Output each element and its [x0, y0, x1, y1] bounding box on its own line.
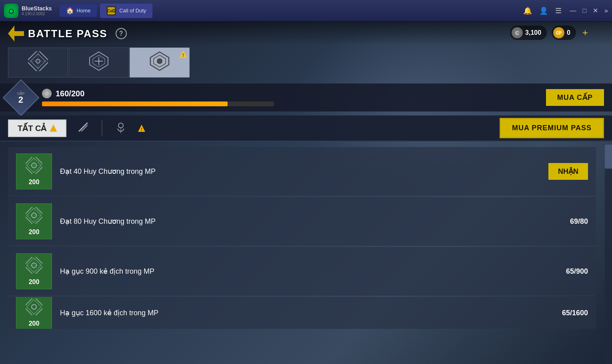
tab-cod[interactable]: CoD Call of Duty	[100, 4, 152, 18]
mission-reward-box-1: 200	[16, 153, 52, 189]
more-button[interactable]: »	[604, 7, 608, 14]
battle-pass-title: BATTLE PASS	[28, 28, 108, 40]
mission-4-reward-amount: 200	[29, 320, 40, 327]
level-section: CẤP 2 160/200 MUA CẤP	[0, 84, 612, 111]
help-icon[interactable]: ?	[116, 28, 127, 39]
svg-point-46	[32, 304, 36, 309]
mission-1-text: Đạt 40 Huy Chương trong MP	[60, 167, 532, 176]
window-controls: — □ ✕ »	[570, 7, 608, 14]
mission-2-reward-amount: 200	[29, 229, 40, 236]
mission-reward-box-4: 200	[16, 297, 52, 329]
svg-point-17	[158, 60, 161, 63]
tab-home[interactable]: 🏠 Home	[60, 4, 97, 17]
titlebar: BlueStacks 4.190.0.5002 🏠 Home CoD Call …	[0, 0, 612, 22]
xp-bar	[42, 101, 274, 106]
mission-1-action: NHẬN	[540, 163, 588, 180]
mission-reward-box-2: 200	[16, 203, 52, 239]
cod-icon: CoD	[106, 6, 116, 16]
titlebar-icons: 🔔 👤 ☰	[523, 6, 562, 15]
xp-bar-fill	[42, 101, 228, 106]
mission-row-4: 200 Hạ gục 1600 kẻ địch trong MP 65/1600	[8, 297, 596, 329]
svg-rect-21	[44, 91, 50, 96]
filter-all-warning-icon	[50, 125, 57, 132]
mission-row-1: 200 Đạt 40 Huy Chương trong MP NHẬN	[8, 147, 596, 196]
currency-c-icon: C	[512, 27, 523, 38]
xp-icon	[42, 89, 52, 98]
maximize-button[interactable]: □	[582, 7, 586, 14]
bluestacks-logo	[4, 4, 18, 18]
back-arrow-icon	[8, 26, 24, 42]
mission-4-text: Hạ gục 1600 kẻ địch trong MP	[60, 308, 532, 317]
mission-1-reward-amount: 200	[29, 179, 40, 186]
mission-reward-box-3: 200	[16, 253, 52, 289]
game-area: BATTLE PASS ? C 3,100 CP 0 +	[0, 22, 612, 364]
currency-c-badge: C 3,100	[510, 26, 547, 40]
minimize-button[interactable]: —	[570, 7, 576, 14]
tab-home-label: Home	[76, 8, 90, 14]
tabs-row: !	[8, 48, 190, 78]
currency-cp-icon: CP	[553, 27, 564, 38]
menu-icon[interactable]: ☰	[555, 6, 562, 15]
mission-2-text: Đạt 80 Huy Chương trong MP	[60, 217, 532, 226]
xp-text: 160/200	[56, 89, 84, 98]
game-topbar: BATTLE PASS ? C 3,100 CP 0 +	[0, 22, 612, 46]
home-icon: 🏠	[66, 7, 74, 14]
filter-warning-icon: !	[138, 124, 146, 132]
bell-icon[interactable]: 🔔	[523, 6, 532, 15]
filter-divider	[102, 120, 102, 136]
close-button[interactable]: ✕	[593, 7, 598, 14]
mission-row-3: 200 Hạ gục 900 kẻ địch trong MP 65/900	[8, 247, 596, 296]
filter-all-label: TẤT CẢ	[18, 123, 46, 133]
buy-level-button[interactable]: MUA CẤP	[546, 89, 604, 106]
tab-3-icon	[150, 51, 170, 74]
bluestacks-name: BlueStacks	[22, 5, 52, 12]
currency-cp-amount: 0	[567, 29, 570, 36]
mission-3-text: Hạ gục 900 kẻ địch trong MP	[60, 267, 532, 276]
scrollbar-track	[605, 145, 612, 364]
svg-text:!: !	[182, 53, 184, 58]
tab-cod-label: Call of Duty	[119, 8, 146, 14]
filter-category-2-button[interactable]	[109, 117, 133, 139]
svg-point-25	[118, 123, 123, 128]
scrollbar-thumb[interactable]	[605, 145, 612, 169]
mission-reward-icon-3	[26, 257, 42, 277]
nhan-button-1[interactable]: NHẬN	[548, 163, 588, 180]
missions-list[interactable]: 200 Đạt 40 Huy Chương trong MP NHẬN	[0, 145, 604, 364]
battle-pass-back[interactable]: BATTLE PASS ?	[8, 26, 127, 42]
currency-c-amount: 3,100	[525, 29, 541, 36]
tab-2-icon	[89, 51, 109, 74]
mission-3-reward-amount: 200	[29, 278, 40, 286]
mission-reward-icon-4	[26, 298, 42, 318]
mission-2-progress: 69/80	[570, 217, 588, 225]
buy-premium-pass-button[interactable]: MUA PREMIUM PASS	[500, 118, 604, 138]
mission-reward-icon-1	[26, 157, 42, 177]
add-currency-button[interactable]: +	[582, 27, 588, 38]
currency-cp-badge: CP 0	[552, 26, 576, 40]
filter-category-1-icon	[76, 120, 90, 137]
topbar-right: C 3,100 CP 0 +	[510, 26, 588, 40]
svg-rect-20	[43, 90, 50, 97]
svg-text:!: !	[141, 127, 142, 132]
filter-category-1-button[interactable]	[71, 117, 95, 139]
mission-4-action: 65/1600	[540, 309, 588, 317]
user-icon[interactable]: 👤	[539, 6, 548, 15]
mission-row-2: 200 Đạt 80 Huy Chương trong MP 69/80	[8, 197, 596, 246]
tab-3-warning: !	[179, 50, 188, 60]
svg-rect-44	[26, 298, 42, 315]
bluestacks-version: 4.190.0.5002	[22, 12, 52, 16]
mission-4-progress: 65/1600	[562, 309, 588, 317]
tab-item-2[interactable]	[69, 48, 129, 78]
mission-reward-icon-2	[26, 207, 42, 227]
level-number: 2	[17, 95, 25, 104]
mission-3-progress: 65/900	[566, 267, 588, 275]
filter-row: TẤT CẢ	[0, 115, 612, 141]
filter-all-button[interactable]: TẤT CẢ	[8, 119, 66, 137]
mission-3-action: 65/900	[540, 267, 588, 276]
bluestacks-brand: BlueStacks 4.190.0.5002	[22, 5, 52, 16]
tab-1-icon	[28, 51, 48, 74]
level-diamond: CẤP 2	[3, 79, 40, 116]
mission-2-action: 69/80	[540, 217, 588, 226]
tab-item-1[interactable]	[8, 48, 68, 78]
tab-item-3[interactable]: !	[130, 48, 190, 78]
level-info: 160/200	[42, 89, 538, 106]
